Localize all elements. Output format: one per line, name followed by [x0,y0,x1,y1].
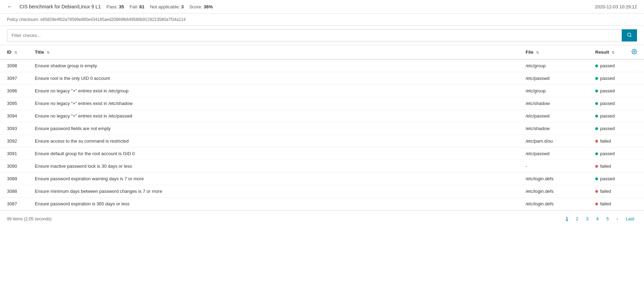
result-dot [595,90,598,92]
result-label: passed [600,113,615,119]
table-row[interactable]: 3093 Ensure password fields are not empt… [0,122,644,135]
table-row[interactable]: 3094 Ensure no legacy "+" entries exist … [0,110,644,122]
sort-icon-file: ⇅ [536,51,539,54]
cell-result: passed [588,85,644,97]
checks-table: ID ⇅ Title ⇅ File ⇅ Result ⇅ [0,45,644,210]
filter-button[interactable] [622,29,637,41]
cell-id: 3098 [0,59,28,72]
table-row[interactable]: 3097 Ensure root is the only UID 0 accou… [0,72,644,85]
table-row[interactable]: 3091 Ensure default group for the root a… [0,147,644,160]
cell-file: /etc/pam.d/su [519,135,588,147]
result-label: passed [600,88,615,93]
header-left: ← CIS benchmark for Debian/Linux 9 L1 Pa… [7,3,213,10]
cell-file: /etc/group [519,85,588,97]
checksum-label: Policy checksum: [7,17,39,22]
result-dot [595,127,598,130]
footer: 99 items (2.05 seconds) 1 2 3 4 5 › Last [0,210,644,227]
cell-file: /etc/shadow [519,97,588,110]
col-result[interactable]: Result ⇅ [588,45,644,59]
cell-result: passed [588,97,644,110]
cell-id: 3092 [0,135,28,147]
sort-icon-title: ⇅ [47,51,49,54]
score-stat: Score: 36% [189,4,213,9]
last-page-button[interactable]: Last [623,215,637,223]
timestamp: 2020-12-03 10:29:12 [595,4,637,9]
table-header-row: ID ⇅ Title ⇅ File ⇅ Result ⇅ [0,45,644,59]
cell-title: Ensure access to the su command is restr… [28,135,519,147]
back-button[interactable]: ← [7,3,13,10]
cell-result: passed [588,147,644,160]
cell-file: /etc/passwd [519,147,588,160]
table-row[interactable]: 3087 Ensure password expiration is 365 d… [0,198,644,210]
table-row[interactable]: 3089 Ensure password expiration warning … [0,173,644,185]
result-dot [595,102,598,105]
cell-file: - [519,160,588,173]
result-dot [595,65,598,67]
checksum-value: e65829e4f02a79599e885e434185aed20869fb64… [40,17,186,22]
col-file[interactable]: File ⇅ [519,45,588,59]
result-dot [595,190,598,193]
cell-result: failed [588,135,644,147]
cell-result: passed [588,110,644,122]
cell-id: 3088 [0,185,28,198]
cell-title: Ensure minimum days between password cha… [28,185,519,198]
result-label: passed [600,176,615,181]
result-dot [595,177,598,180]
filter-input[interactable] [7,29,622,41]
result-dot [595,152,598,155]
cell-title: Ensure password expiration warning days … [28,173,519,185]
fail-stat: Fail: 61 [130,4,145,9]
cell-id: 3095 [0,97,28,110]
col-id[interactable]: ID ⇅ [0,45,28,59]
page-5-button[interactable]: 5 [604,215,612,223]
result-label: failed [600,189,611,194]
items-count: 99 items (2.05 seconds) [7,217,52,221]
table-row[interactable]: 3092 Ensure access to the su command is … [0,135,644,147]
result-label: passed [600,151,615,156]
cell-title: Ensure no legacy "+" entries exist in /e… [28,110,519,122]
page-title: CIS benchmark for Debian/Linux 9 L1 [20,4,101,9]
result-dot [595,165,598,168]
table-row[interactable]: 3090 Ensure inactive password lock is 30… [0,160,644,173]
page-1-button[interactable]: 1 [563,215,571,223]
cell-result: passed [588,173,644,185]
settings-icon[interactable] [631,49,637,55]
page-3-button[interactable]: 3 [583,215,591,223]
cell-id: 3094 [0,110,28,122]
page-2-button[interactable]: 2 [573,215,581,223]
checksum-bar: Policy checksum: e65829e4f02a79599e885e4… [0,14,644,26]
result-label: passed [600,101,615,106]
cell-file: /etc/login.defs [519,198,588,210]
result-label: passed [600,63,615,68]
result-dot [595,140,598,143]
cell-result: failed [588,198,644,210]
result-label: passed [600,126,615,131]
table-row[interactable]: 3096 Ensure no legacy "+" entries exist … [0,85,644,97]
search-icon [627,32,632,37]
cell-title: Ensure password fields are not empty [28,122,519,135]
cell-id: 3097 [0,72,28,85]
svg-point-2 [634,51,635,52]
cell-id: 3093 [0,122,28,135]
result-dot [595,77,598,80]
next-page-button[interactable]: › [614,215,621,223]
cell-file: /etc/shadow [519,122,588,135]
cell-title: Ensure shadow group is empty [28,59,519,72]
result-label: failed [600,138,611,144]
cell-id: 3087 [0,198,28,210]
cell-title: Ensure inactive password lock is 30 days… [28,160,519,173]
page-4-button[interactable]: 4 [593,215,602,223]
cell-result: passed [588,122,644,135]
cell-id: 3091 [0,147,28,160]
table-row[interactable]: 3095 Ensure no legacy "+" entries exist … [0,97,644,110]
cell-file: /etc/passwd [519,72,588,85]
cell-title: Ensure no legacy "+" entries exist in /e… [28,85,519,97]
result-label: failed [600,164,611,169]
cell-title: Ensure no legacy "+" entries exist in /e… [28,97,519,110]
cell-file: /etc/group [519,59,588,72]
pass-stat: Pass: 35 [106,4,124,9]
table-row[interactable]: 3088 Ensure minimum days between passwor… [0,185,644,198]
table-row[interactable]: 3098 Ensure shadow group is empty /etc/g… [0,59,644,72]
col-title[interactable]: Title ⇅ [28,45,519,59]
filter-bar [0,26,644,45]
